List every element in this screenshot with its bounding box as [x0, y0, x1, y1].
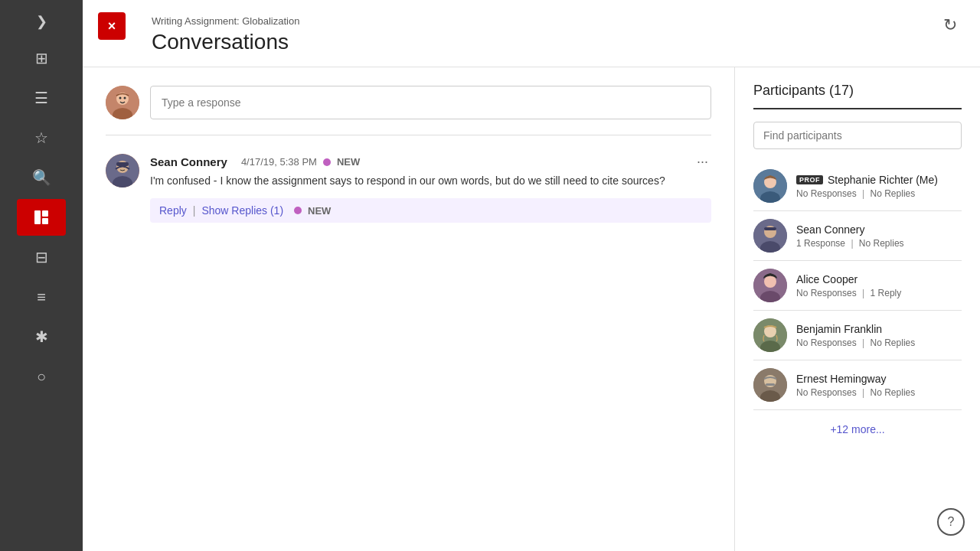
circle-icon[interactable]: ○: [17, 358, 66, 395]
table-icon[interactable]: ⊟: [17, 239, 66, 276]
svg-rect-13: [116, 162, 129, 166]
modal-body: Sean Connery 4/17/19, 5:38 PM NEW ··· I'…: [83, 67, 980, 551]
participant-name-row-ernest: Ernest Hemingway: [796, 373, 962, 385]
participant-stats-alice: No Responses | 1 Reply: [796, 288, 962, 298]
participant-info-benjamin: Benjamin Franklin No Responses | No Repl…: [796, 323, 962, 348]
response-input[interactable]: [150, 86, 711, 119]
search-icon[interactable]: 🔍: [17, 159, 66, 196]
svg-point-22: [764, 276, 776, 288]
participant-item-sean: Sean Connery 1 Response | No Replies: [753, 211, 962, 261]
participant-name-row-sean: Sean Connery: [796, 223, 962, 236]
participant-name-sean: Sean Connery: [796, 223, 865, 236]
participant-name-alice: Alice Cooper: [796, 273, 858, 285]
post-actions: Reply | Show Replies (1) NEW: [150, 198, 711, 223]
svg-rect-0: [34, 210, 41, 224]
participant-info-ernest: Ernest Hemingway No Responses | No Repli…: [796, 373, 962, 398]
post-text: I'm confused - I know the assignment say…: [150, 173, 711, 189]
menu-icon[interactable]: ☰: [17, 80, 66, 116]
sean-avatar-small: [753, 219, 787, 253]
modal-overlay: × Writing Assignment: Globalization Conv…: [83, 0, 980, 551]
svg-rect-20: [764, 227, 776, 230]
participant-item-benjamin: Benjamin Franklin No Responses | No Repl…: [753, 311, 962, 360]
participant-info-stephanie: PROF Stephanie Richter (Me) No Responses…: [796, 174, 962, 199]
left-sidebar: ❯ ⊞ ☰ ☆ 🔍 ⊟ ≡ ✱ ○: [0, 0, 83, 551]
replies-new-badge-dot: [294, 207, 302, 214]
participant-stats-sean: 1 Response | No Replies: [796, 238, 962, 249]
new-label: NEW: [337, 156, 360, 168]
show-replies-link[interactable]: Show Replies (1): [201, 204, 283, 217]
svg-point-7: [124, 97, 126, 99]
find-participants-input[interactable]: [753, 122, 962, 149]
list-icon[interactable]: ≡: [17, 279, 66, 315]
response-input-area: [106, 86, 711, 135]
current-user-avatar: [106, 86, 139, 119]
participant-name-ernest: Ernest Hemingway: [796, 373, 887, 385]
participants-title: Participants (17): [753, 83, 962, 109]
participant-name-row: PROF Stephanie Richter (Me): [796, 174, 962, 186]
participant-name-row-alice: Alice Cooper: [796, 273, 962, 285]
replies-new-label: NEW: [308, 205, 331, 217]
prof-badge: PROF: [796, 175, 823, 184]
participant-stats-ernest: No Responses | No Replies: [796, 387, 962, 398]
grid-icon[interactable]: ⊞: [17, 40, 66, 77]
svg-rect-30: [766, 383, 775, 386]
participant-name-stephanie: Stephanie Richter (Me): [828, 174, 938, 186]
participant-stats-benjamin: No Responses | No Replies: [796, 337, 962, 348]
conversations-modal: × Writing Assignment: Globalization Conv…: [83, 0, 980, 551]
star-icon[interactable]: ☆: [17, 119, 66, 156]
participant-name-benjamin: Benjamin Franklin: [796, 323, 882, 335]
post-content: Sean Connery 4/17/19, 5:38 PM NEW ··· I'…: [150, 154, 711, 223]
stephanie-avatar: [753, 169, 787, 203]
highlight-icon[interactable]: [17, 199, 66, 236]
post-meta: Sean Connery 4/17/19, 5:38 PM NEW: [150, 155, 360, 168]
participant-stats-stephanie: No Responses | No Replies: [796, 188, 962, 199]
action-separator: |: [193, 204, 196, 217]
svg-point-6: [119, 97, 122, 99]
close-button[interactable]: ×: [98, 12, 126, 40]
more-options-button[interactable]: ···: [694, 154, 711, 170]
participants-panel: Participants (17) PROF: [735, 67, 980, 551]
new-badge-dot: [323, 158, 331, 166]
post-date: 4/17/19, 5:38 PM: [241, 156, 317, 168]
reply-link[interactable]: Reply: [159, 204, 187, 217]
svg-rect-2: [42, 218, 48, 224]
post-item: Sean Connery 4/17/19, 5:38 PM NEW ··· I'…: [106, 154, 711, 223]
main-content: Sean Connery 4/17/19, 5:38 PM NEW ··· I'…: [83, 67, 735, 551]
participant-item-ernest: Ernest Hemingway No Responses | No Repli…: [753, 360, 962, 410]
help-button[interactable]: ?: [937, 508, 965, 536]
post-author: Sean Connery: [150, 155, 227, 168]
participant-info-sean: Sean Connery 1 Response | No Replies: [796, 223, 962, 249]
expand-icon[interactable]: ❯: [28, 8, 55, 35]
participant-item-alice: Alice Cooper No Responses | 1 Reply: [753, 261, 962, 311]
settings-icon[interactable]: ✱: [17, 318, 66, 355]
alice-avatar: [753, 269, 787, 302]
assignment-label: Writing Assignment: Globalization: [152, 15, 957, 27]
post-header: Sean Connery 4/17/19, 5:38 PM NEW ···: [150, 154, 711, 170]
participant-name-row-benjamin: Benjamin Franklin: [796, 323, 962, 335]
svg-rect-1: [42, 210, 48, 217]
page-title: Conversations: [152, 30, 957, 54]
more-participants: +12 more...: [753, 410, 962, 448]
benjamin-avatar: [753, 318, 787, 352]
sean-connery-avatar: [106, 154, 139, 187]
ernest-avatar: [753, 368, 787, 402]
participant-info-alice: Alice Cooper No Responses | 1 Reply: [796, 273, 962, 298]
more-participants-link[interactable]: +12 more...: [830, 423, 884, 435]
participant-item-stephanie: PROF Stephanie Richter (Me) No Responses…: [753, 161, 962, 211]
refresh-button[interactable]: ↻: [943, 15, 957, 35]
modal-header: × Writing Assignment: Globalization Conv…: [83, 0, 980, 67]
